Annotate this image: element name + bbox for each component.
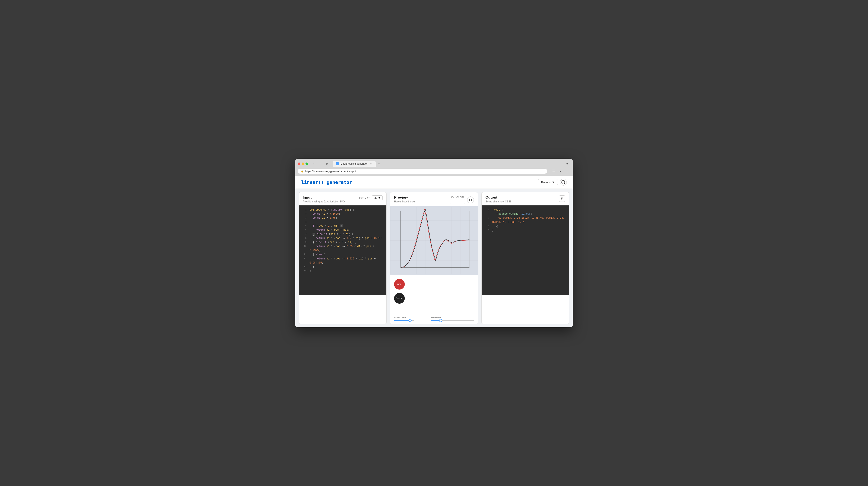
input-panel-actions: FORMAT JS ▼ xyxy=(359,195,382,200)
output-line-5: 5 } xyxy=(482,229,569,233)
code-line-10: 10 return n1 * (pos -= 2.25 / d1) * pos … xyxy=(299,244,386,253)
presets-label: Presets xyxy=(541,181,551,184)
play-pause-button[interactable]: ▮▮ xyxy=(467,196,474,203)
format-value: JS xyxy=(374,196,377,200)
round-group: ROUND xyxy=(431,316,474,321)
preview-title-area: Preview Here's how it looks: xyxy=(394,195,416,203)
round-slider[interactable] xyxy=(431,320,474,321)
browser-nav: ← → ↻ xyxy=(311,161,330,166)
input-ball: Input xyxy=(394,279,405,290)
address-bar[interactable]: 🔒 https://linear-easing-generator.netlif… xyxy=(298,169,547,174)
tab-title: Linear easing generator xyxy=(341,162,368,165)
refresh-button[interactable]: ↻ xyxy=(324,161,330,166)
preview-actions: DURATION 1,333 ▮▮ xyxy=(450,195,474,204)
url-text: https://linear-easing-generator.netlify.… xyxy=(305,170,356,173)
presets-button[interactable]: Presets ▼ xyxy=(538,179,558,185)
preview-header: Preview Here's how it looks: DURATION 1,… xyxy=(390,192,478,206)
code-line-4: 4 xyxy=(299,220,386,224)
code-line-9: 9 } else if (pos < 2.5 / d1) { xyxy=(299,240,386,244)
back-button[interactable]: ← xyxy=(311,161,317,166)
output-panel-header: Output Some shiny new CSS! ⎘ xyxy=(482,192,569,205)
code-line-7: 7 } else if (pos < 2 / d1) { xyxy=(299,232,386,236)
menu-button[interactable]: ⋮ xyxy=(564,168,570,174)
code-editor[interactable]: 1 self.bounce = function(pos) { 2 const … xyxy=(299,205,386,295)
preview-title: Preview xyxy=(394,195,416,200)
app-header: linear() generator Presets ▼ xyxy=(295,176,573,189)
browser-controls: ← → ↻ L Linear easing generator × + ▼ xyxy=(298,161,570,167)
code-line-1: 1 self.bounce = function(pos) { xyxy=(299,208,386,212)
format-chevron-icon: ▼ xyxy=(378,196,381,200)
main-panels: Input Provide easing as JavaScript or SV… xyxy=(295,189,573,327)
copy-button[interactable]: ⎘ xyxy=(559,195,565,202)
input-panel-subtitle: Provide easing as JavaScript or SVG xyxy=(303,200,345,203)
simplify-slider[interactable] xyxy=(394,320,414,321)
profile-icon[interactable]: ● xyxy=(557,168,563,174)
output-line-2: 2 --bounce-easing: linear( xyxy=(482,212,569,216)
input-panel-title-area: Input Provide easing as JavaScript or SV… xyxy=(303,195,345,203)
extensions-button[interactable]: ☰ xyxy=(551,168,557,174)
code-line-6: 6 return n1 * pos * pos; xyxy=(299,228,386,232)
format-label: FORMAT xyxy=(359,197,370,199)
lock-icon: 🔒 xyxy=(301,170,304,173)
browser-actions: ▼ xyxy=(564,161,570,167)
chart-area xyxy=(390,206,478,275)
code-line-14: 14 } xyxy=(299,269,386,273)
address-bar-row: 🔒 https://linear-easing-generator.netlif… xyxy=(295,167,573,176)
copy-icon: ⎘ xyxy=(561,197,563,200)
preview-animation: Input Output xyxy=(390,275,478,313)
code-line-11: 11 } else { xyxy=(299,253,386,257)
chevron-down-icon: ▼ xyxy=(552,181,555,184)
preview-panel: Preview Here's how it looks: DURATION 1,… xyxy=(390,192,478,324)
simplify-group: SIMPLIFY xyxy=(394,316,414,321)
input-panel-header: Input Provide easing as JavaScript or SV… xyxy=(299,192,386,205)
new-tab-button[interactable]: + xyxy=(376,161,382,167)
output-panel-subtitle: Some shiny new CSS! xyxy=(486,200,511,203)
app-content: linear() generator Presets ▼ Inpu xyxy=(295,176,573,327)
code-line-5: 5 if (pos < 1 / d1) { xyxy=(299,224,386,228)
extensions-icon[interactable]: ▼ xyxy=(564,161,570,167)
output-ball: Output xyxy=(394,293,405,304)
traffic-lights xyxy=(298,162,308,165)
code-line-12: 12 return n1 * (pos -= 2.625 / d1) * pos… xyxy=(299,257,386,265)
code-line-3: 3 const d1 = 2.75; xyxy=(299,216,386,220)
output-panel-title: Output xyxy=(486,195,511,200)
duration-group: DURATION 1,333 xyxy=(450,195,465,204)
tab-close-button[interactable]: × xyxy=(369,162,373,165)
active-tab[interactable]: L Linear easing generator × xyxy=(333,161,376,167)
toolbar-actions: ☰ ● ⋮ xyxy=(551,168,570,174)
input-panel: Input Provide easing as JavaScript or SV… xyxy=(299,192,386,324)
tab-favicon: L xyxy=(336,162,339,165)
browser-titlebar: ← → ↻ L Linear easing generator × + ▼ xyxy=(295,159,573,167)
preview-subtitle: Here's how it looks: xyxy=(394,200,416,203)
round-label: ROUND xyxy=(431,316,474,319)
close-button[interactable] xyxy=(298,162,300,165)
duration-label: DURATION xyxy=(451,195,464,198)
code-line-2: 2 const n1 = 7.5625; xyxy=(299,212,386,216)
maximize-button[interactable] xyxy=(306,162,308,165)
easing-curve-svg xyxy=(390,206,478,275)
code-line-13: 13 } xyxy=(299,265,386,269)
simplify-label: SIMPLIFY xyxy=(394,316,414,319)
code-line-8: 8 return n1 * (pos -= 1.5 / d1) * pos + … xyxy=(299,236,386,240)
output-title-area: Output Some shiny new CSS! xyxy=(486,195,511,203)
sliders-row: SIMPLIFY ROUND xyxy=(390,313,478,324)
header-right: Presets ▼ xyxy=(538,179,567,186)
output-line-3: 3 0, 0.063, 0.25 18.2%, 1 36.4%, 0.813, … xyxy=(482,216,569,224)
output-panel: Output Some shiny new CSS! ⎘ 1 :root { 2… xyxy=(482,192,569,324)
format-select[interactable]: JS ▼ xyxy=(372,195,382,200)
input-panel-title: Input xyxy=(303,195,345,200)
github-button[interactable] xyxy=(560,179,567,186)
duration-input[interactable]: 1,333 xyxy=(450,199,465,204)
output-code: 1 :root { 2 --bounce-easing: linear( 3 0… xyxy=(482,205,569,295)
app-logo: linear() generator xyxy=(301,180,352,185)
github-icon xyxy=(561,180,565,184)
minimize-button[interactable] xyxy=(302,162,304,165)
forward-button[interactable]: → xyxy=(318,161,323,166)
output-line-1: 1 :root { xyxy=(482,208,569,212)
tab-bar: L Linear easing generator × + xyxy=(333,161,561,167)
browser-window: ← → ↻ L Linear easing generator × + ▼ 🔒 … xyxy=(295,159,573,327)
output-line-4: 4 ); xyxy=(482,224,569,229)
pause-icon: ▮▮ xyxy=(469,198,472,202)
